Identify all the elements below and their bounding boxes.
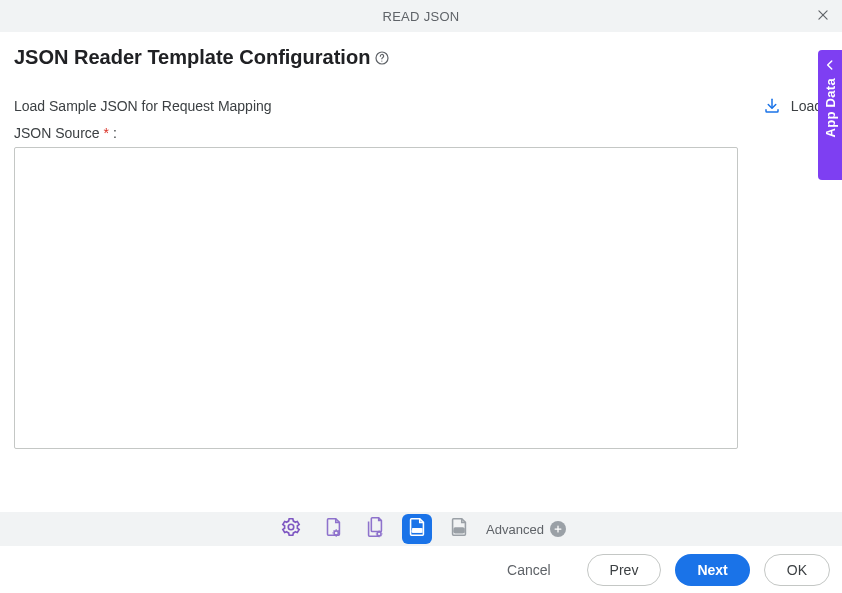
advanced-toggle[interactable]: Advanced <box>486 521 566 537</box>
help-circle-icon[interactable] <box>374 50 390 66</box>
page-title: JSON Reader Template Configuration <box>14 46 370 69</box>
modal-header: READ JSON <box>0 0 842 32</box>
modal-title: READ JSON <box>382 9 459 24</box>
chevron-left-icon <box>823 58 837 72</box>
svg-point-6 <box>377 532 381 536</box>
app-data-label: App Data <box>823 78 838 137</box>
svg-text:JSON: JSON <box>412 529 422 533</box>
required-indicator: * <box>104 125 109 141</box>
download-icon <box>763 97 781 115</box>
svg-point-4 <box>288 524 294 530</box>
svg-point-3 <box>382 60 383 61</box>
svg-point-5 <box>334 531 338 535</box>
json-source-input[interactable] <box>14 147 738 449</box>
title-row: JSON Reader Template Configuration <box>14 46 828 69</box>
cancel-button[interactable]: Cancel <box>485 554 573 586</box>
close-icon <box>816 8 830 25</box>
json-document-alt-icon: JSON <box>448 516 470 542</box>
label-colon: : <box>113 125 117 141</box>
document-gear-icon <box>322 516 344 542</box>
json-source-label-row: JSON Source * : <box>14 125 828 141</box>
close-button[interactable] <box>814 7 832 25</box>
step-json-template[interactable]: JSON <box>402 514 432 544</box>
next-button[interactable]: Next <box>675 554 749 586</box>
subtitle-text: Load Sample JSON for Request Mapping <box>14 98 272 114</box>
advanced-label: Advanced <box>486 522 544 537</box>
step-documents-config[interactable] <box>360 514 390 544</box>
plus-icon <box>550 521 566 537</box>
content-area: JSON Reader Template Configuration Load … <box>0 32 842 453</box>
step-settings[interactable] <box>276 514 306 544</box>
action-row: Cancel Prev Next OK <box>0 546 842 593</box>
documents-gear-icon <box>364 516 386 542</box>
step-json-output[interactable]: JSON <box>444 514 474 544</box>
app-data-side-tab[interactable]: App Data <box>818 50 842 180</box>
json-source-label: JSON Source <box>14 125 100 141</box>
gear-icon <box>280 516 302 542</box>
svg-text:JSON: JSON <box>454 529 464 533</box>
wizard-steps-bar: JSON JSON Advanced <box>0 512 842 546</box>
subtitle-row: Load Sample JSON for Request Mapping Loa… <box>14 97 828 115</box>
ok-button[interactable]: OK <box>764 554 830 586</box>
step-document-config[interactable] <box>318 514 348 544</box>
prev-button[interactable]: Prev <box>587 554 662 586</box>
json-document-icon: JSON <box>406 516 428 542</box>
